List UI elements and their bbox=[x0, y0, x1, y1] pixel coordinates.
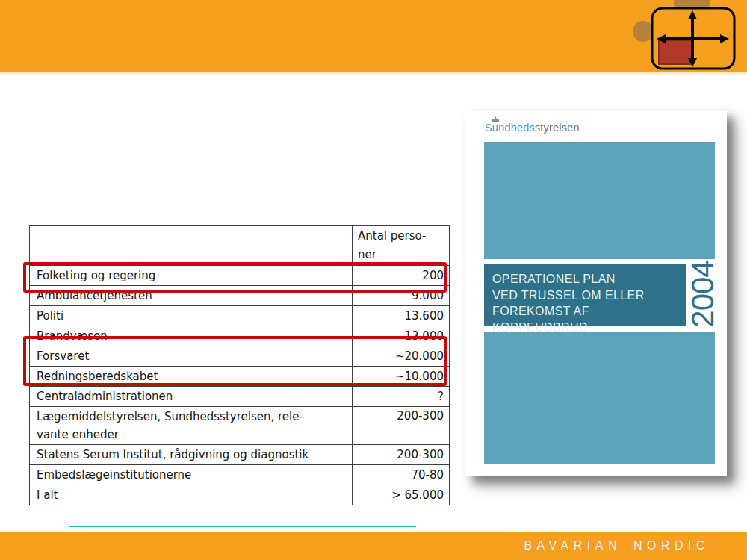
table-row: Lægemiddelstyrelsen, Sundhedsstyrelsen, … bbox=[30, 407, 450, 445]
value-column-header: Antal perso- ner bbox=[353, 226, 450, 266]
row-value: > 65.000 bbox=[353, 485, 450, 505]
crown-icon bbox=[492, 116, 499, 122]
table-row: I alt > 65.000 bbox=[30, 485, 450, 505]
table-row: Centraladministrationen ? bbox=[30, 387, 450, 407]
cover-year-label: 2004 bbox=[685, 261, 721, 327]
row-label: I alt bbox=[30, 485, 353, 505]
brand-logo-text: BAVARIAN NORDIC bbox=[524, 539, 710, 553]
logo-text-part2: styrelsen bbox=[535, 122, 580, 134]
row-value: 200-300 bbox=[353, 407, 450, 445]
empty-header-cell bbox=[30, 226, 353, 266]
table-row: Embedslægeinstitutionerne 70-80 bbox=[30, 465, 450, 485]
report-cover: Sundhedsstyrelsen OPERATIONEL PLAN VED T… bbox=[465, 111, 727, 476]
cover-bottom-teal-block bbox=[484, 332, 715, 464]
row-value: 70-80 bbox=[353, 465, 450, 485]
row-value: 13.600 bbox=[353, 306, 450, 326]
cover-top-teal-block bbox=[484, 142, 715, 259]
table-row: Politi 13.600 bbox=[30, 306, 450, 326]
row-value: 200-300 bbox=[353, 445, 450, 465]
row-label: Politi bbox=[30, 306, 353, 326]
cover-title-line: FOREKOMST AF KOPPEUDBRUD bbox=[492, 303, 686, 335]
table-header-row: Antal perso- ner bbox=[30, 226, 450, 266]
highlight-box-folketing bbox=[23, 262, 447, 293]
cover-title-band: OPERATIONEL PLAN VED TRUSSEL OM ELLER FO… bbox=[484, 264, 686, 326]
sundhedsstyrelsen-logo: Sundhedsstyrelsen bbox=[485, 122, 580, 134]
row-label: Embedslægeinstitutionerne bbox=[30, 465, 353, 485]
footer-bar: BAVARIAN NORDIC bbox=[0, 532, 747, 560]
highlight-box-forsvaret-redningsberedskabet bbox=[23, 336, 447, 386]
footer-divider-line bbox=[69, 526, 416, 527]
row-label: Lægemiddelstyrelsen, Sundhedsstyrelsen, … bbox=[30, 407, 353, 445]
row-value: ? bbox=[353, 387, 450, 407]
logo-text-part1: Sundheds bbox=[485, 122, 535, 134]
cover-title-line: OPERATIONEL PLAN bbox=[492, 271, 686, 287]
row-label: Statens Serum Institut, rådgivning og di… bbox=[30, 445, 353, 465]
table-row: Statens Serum Institut, rådgivning og di… bbox=[30, 445, 450, 465]
row-label: Centraladministrationen bbox=[30, 387, 353, 407]
xy-axes-quadrant-icon bbox=[627, 0, 747, 75]
cover-title-line: VED TRUSSEL OM ELLER bbox=[492, 287, 686, 304]
